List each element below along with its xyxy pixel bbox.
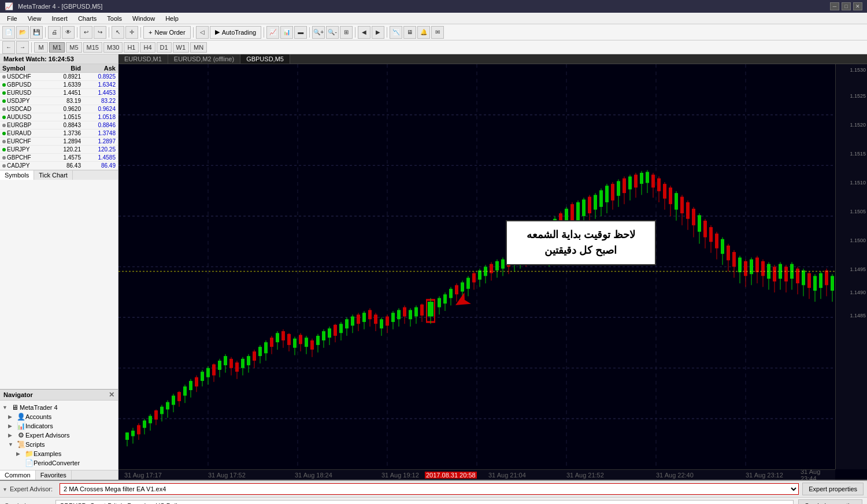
chart-tab-eurusd-m1[interactable]: EURUSD,M1 [118, 54, 168, 64]
period-scroll-left[interactable]: ← [2, 41, 15, 54]
svg-rect-58 [247, 356, 250, 365]
svg-rect-231 [750, 260, 753, 274]
svg-rect-22 [143, 421, 146, 428]
period-m[interactable]: M [34, 42, 48, 53]
nav-period-converter[interactable]: 📄 PeriodConverter [0, 458, 118, 468]
terminal-btn[interactable]: 🖥 [403, 26, 416, 39]
svg-rect-187 [623, 179, 626, 193]
menu-insert[interactable]: Insert [47, 14, 72, 23]
chart-tab-eurusd-m2[interactable]: EURUSD,M2 (offline) [168, 54, 240, 64]
close-btn[interactable]: ✕ [853, 2, 862, 10]
period-m30[interactable]: M30 [103, 42, 123, 53]
restore-btn[interactable]: □ [842, 2, 851, 10]
market-row[interactable]: EURGBP 0.8843 0.8846 [0, 121, 118, 129]
bid-cell: 1.3736 [46, 130, 81, 136]
chart-tabs: EURUSD,M1 EURUSD,M2 (offline) GBPUSD,M5 [118, 54, 867, 64]
ea-select[interactable]: 2 MA Crosses Mega filter EA V1.ex4 [60, 483, 799, 495]
candle-btn[interactable]: 📊 [280, 26, 293, 39]
market-row[interactable]: USDJPY 83.19 83.22 [0, 97, 118, 105]
zoom-in-btn[interactable]: 🔍+ [312, 26, 325, 39]
market-row[interactable]: EURCHF 1.2894 1.2897 [0, 138, 118, 146]
status-dot [2, 132, 6, 135]
tab-symbols[interactable]: Symbols [0, 171, 34, 180]
arrow-btn[interactable]: ↖ [112, 26, 124, 39]
print-prev-btn[interactable]: 👁 [62, 26, 75, 39]
nav-expert-advisors[interactable]: ▶ ⚙ Expert Advisors [0, 431, 118, 440]
crosshair-btn[interactable]: ✛ [125, 26, 138, 39]
bid-cell: 1.4451 [46, 90, 81, 96]
status-dot [2, 108, 6, 111]
minimize-btn[interactable]: ─ [830, 2, 839, 10]
symbol-cell: EURUSD [2, 90, 46, 96]
status-dot [2, 148, 6, 151]
market-row[interactable]: CADJPY 86.43 86.49 [0, 162, 118, 170]
bar-btn[interactable]: ▬ [294, 26, 307, 39]
period-m1[interactable]: M1 [49, 42, 65, 53]
menu-view[interactable]: View [23, 14, 46, 23]
time-label-7: 31 Aug 22:40 [656, 472, 694, 479]
period-h1[interactable]: H1 [124, 42, 139, 53]
new-order-button[interactable]: + New Order [143, 26, 191, 39]
autotrading-button[interactable]: ▶ AutoTrading [210, 26, 262, 39]
menu-tools[interactable]: Tools [102, 14, 127, 23]
zoom-out-btn[interactable]: 🔍- [326, 26, 339, 39]
time-label-6: 31 Aug 21:52 [566, 472, 604, 479]
indicator-btn[interactable]: 📉 [390, 26, 402, 39]
nav-scripts[interactable]: ▼ 📜 Scripts [0, 440, 118, 449]
bid-cell: 1.4575 [46, 154, 81, 161]
period-m5[interactable]: M5 [66, 42, 81, 53]
chart-canvas[interactable]: GBPUSD,M5 1.1907 1.1908 1.1907 1.1908 [118, 64, 867, 480]
market-row[interactable]: EURAUD 1.3736 1.3748 [0, 129, 118, 138]
chart-left-btn[interactable]: ◀ [358, 26, 370, 39]
menu-file[interactable]: File [2, 14, 22, 23]
open-btn[interactable]: 📂 [16, 26, 29, 39]
save-btn[interactable]: 💾 [30, 26, 43, 39]
nav-indicators[interactable]: ▶ 📊 Indicators [0, 421, 118, 431]
svg-rect-78 [305, 338, 308, 347]
period-mn[interactable]: MN [190, 42, 207, 53]
status-dot [2, 83, 6, 87]
market-row[interactable]: EURJPY 120.21 120.25 [0, 146, 118, 154]
period-w1[interactable]: W1 [173, 42, 190, 53]
nav-accounts[interactable]: ▶ 👤 Accounts [0, 412, 118, 421]
time-label-2: 31 Aug 17:52 [208, 472, 246, 479]
market-row[interactable]: USDCHF 0.8921 0.8925 [0, 73, 118, 81]
undo-btn[interactable]: ↩ [80, 26, 92, 39]
redo-btn[interactable]: ↪ [94, 26, 106, 39]
nav-tab-favorites[interactable]: Favorites [36, 470, 72, 480]
nav-metatrader4[interactable]: ▼ 🖥 MetaTrader 4 [0, 403, 118, 412]
menu-help[interactable]: Help [161, 14, 183, 23]
chart-tab-gbpusd-m5[interactable]: GBPUSD,M5 [240, 54, 290, 64]
svg-rect-84 [322, 331, 325, 340]
market-row[interactable]: EURUSD 1.4451 1.4453 [0, 89, 118, 97]
titlebar-controls[interactable]: ─ □ ✕ [830, 2, 862, 10]
mail-btn[interactable]: ✉ [431, 26, 444, 39]
print-btn[interactable]: 🖨 [48, 26, 61, 39]
market-row[interactable]: AUDUSD 1.0515 1.0518 [0, 113, 118, 121]
period-scroll-right[interactable]: → [16, 41, 29, 54]
properties-btn[interactable]: ⊞ [340, 26, 353, 39]
expert-properties-btn[interactable]: Expert properties [802, 483, 864, 495]
chart-right-btn[interactable]: ▶ [372, 26, 384, 39]
line-btn[interactable]: 📈 [266, 26, 279, 39]
period-d1[interactable]: D1 [157, 42, 172, 53]
menu-window[interactable]: Window [128, 14, 160, 23]
menu-charts[interactable]: Charts [73, 14, 101, 23]
nav-examples[interactable]: ▶ 📁 Examples [0, 449, 118, 458]
new-btn[interactable]: 📄 [2, 26, 15, 39]
market-row[interactable]: GBPCHF 1.4575 1.4585 [0, 154, 118, 162]
nav-tab-common[interactable]: Common [0, 470, 36, 480]
period-m15[interactable]: M15 [83, 42, 102, 53]
alert-btn[interactable]: 🔔 [417, 26, 430, 39]
symbol-select[interactable]: GBPUSD, Great Britain Pound vs US Dollar [55, 500, 794, 504]
navigator-close[interactable]: ✕ [109, 391, 114, 399]
market-row[interactable]: GBPUSD 1.6339 1.6342 [0, 81, 118, 89]
symbol-properties-btn[interactable]: Symbol properties [798, 499, 862, 504]
chart-prev-btn[interactable]: ◁ [196, 26, 209, 39]
period-h4[interactable]: H4 [140, 42, 155, 53]
tab-tick-chart[interactable]: Tick Chart [34, 171, 73, 180]
market-row[interactable]: USDCAD 0.9620 0.9624 [0, 105, 118, 113]
svg-rect-56 [241, 359, 244, 368]
navigator: Navigator ✕ ▼ 🖥 MetaTrader 4 ▶ 👤 Account… [0, 389, 118, 480]
svg-rect-42 [201, 372, 204, 381]
